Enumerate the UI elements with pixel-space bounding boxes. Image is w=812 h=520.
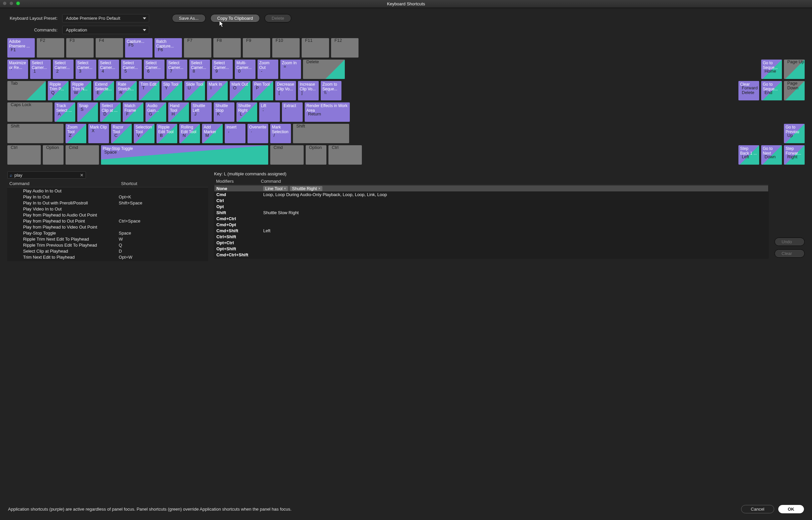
key-shift[interactable]: Shift: [7, 124, 63, 143]
key-page-down[interactable]: Page Down: [784, 81, 805, 100]
key-u[interactable]: Slide ToolU: [184, 81, 205, 100]
undo-button[interactable]: Undo: [775, 238, 805, 246]
command-row[interactable]: Ripple Trim Previous Edit To PlayheadQ: [8, 242, 208, 248]
modifier-row[interactable]: Ctrl+Shift: [214, 234, 768, 240]
key-x[interactable]: Mark ClipX: [88, 124, 109, 143]
key-9[interactable]: Select Camer...9: [212, 59, 233, 79]
command-row[interactable]: Play In to Out with Preroll/PostrollShif…: [8, 200, 208, 206]
copy-clipboard-button[interactable]: Copy To Clipboard: [210, 14, 260, 22]
key-f2[interactable]: F2: [37, 38, 64, 57]
key-f7[interactable]: F7: [184, 38, 211, 57]
command-row[interactable]: Play from Playhead to Out PointCtrl+Spac…: [8, 218, 208, 224]
key-o[interactable]: Mark OutO: [230, 81, 250, 100]
key-f5[interactable]: Capture...F5: [125, 38, 153, 57]
key-k[interactable]: Shuttle StopK: [214, 102, 235, 122]
key-ctrl[interactable]: Ctrl: [328, 145, 362, 165]
key-d[interactable]: Select Clip at ...D: [100, 102, 121, 122]
key-v[interactable]: Selection ToolV: [134, 124, 155, 143]
key-y[interactable]: Slip ToolY: [162, 81, 182, 100]
command-row[interactable]: Play from Playhead to Video Out Point: [8, 224, 208, 230]
save-as-button[interactable]: Save As...: [172, 14, 206, 22]
preset-dropdown[interactable]: Adobe Premiere Pro Default: [62, 14, 149, 22]
key--[interactable]: Maximize or Re...`: [7, 59, 28, 79]
key-return[interactable]: Render Effects in Work AreaReturn: [305, 102, 350, 122]
commands-dropdown[interactable]: Application: [62, 26, 149, 34]
key-i[interactable]: Mark InI: [207, 81, 228, 100]
key-c[interactable]: Razor ToolC: [111, 124, 132, 143]
key-right[interactable]: Step Forwar...Right: [784, 145, 805, 165]
modifier-row[interactable]: NoneLine Tool×Shuttle Right×: [214, 185, 768, 191]
key-caps-lock[interactable]: Caps Lock: [7, 102, 53, 122]
remove-chip-icon[interactable]: ×: [318, 186, 320, 190]
key--[interactable]: Mark Selection/: [270, 124, 291, 143]
command-row[interactable]: Play Video In to Out: [8, 206, 208, 212]
assignment-chip[interactable]: Line Tool×: [263, 186, 288, 191]
key-f[interactable]: Match FrameF: [123, 102, 143, 122]
modifier-row[interactable]: Cmd+ShiftLeft: [214, 228, 768, 234]
key-delete[interactable]: Delete: [303, 59, 345, 79]
command-row[interactable]: Play-Stop ToggleSpace: [8, 230, 208, 236]
command-row[interactable]: Ripple Trim Next Edit To PlayheadW: [8, 236, 208, 242]
key-s[interactable]: SnapS: [77, 102, 98, 122]
key-8[interactable]: Select Camer...8: [189, 59, 210, 79]
modifier-row[interactable]: Cmd+Opt: [214, 222, 768, 228]
minimize-icon[interactable]: [9, 1, 13, 5]
key-p[interactable]: Pen ToolP: [252, 81, 273, 100]
key-f9[interactable]: F9: [243, 38, 270, 57]
key--[interactable]: Increase Clip Vo...]: [298, 81, 319, 100]
search-input[interactable]: [14, 172, 80, 178]
key-5[interactable]: Select Camer...5: [121, 59, 142, 79]
command-list[interactable]: Play Audio In to OutPlay In to OutOpt+KP…: [7, 187, 208, 261]
key-f3[interactable]: F3: [66, 38, 93, 57]
modifier-row[interactable]: Cmd+Ctrl+Shift: [214, 252, 768, 258]
key-home[interactable]: Go to Seque...Home: [761, 59, 782, 79]
zoom-icon[interactable]: [16, 1, 20, 5]
key-4[interactable]: Select Camer...4: [98, 59, 119, 79]
key--[interactable]: Overwrite.: [247, 124, 268, 143]
key-z[interactable]: Zoom ToolZ: [65, 124, 86, 143]
key-b[interactable]: Ripple Edit ToolB: [157, 124, 177, 143]
key-f10[interactable]: F10: [272, 38, 300, 57]
key-up[interactable]: Go to PreviouUp: [784, 124, 805, 143]
assignment-chip[interactable]: Shuttle Right×: [290, 186, 322, 191]
key-left[interactable]: Step Back 1 ...Left: [738, 145, 759, 165]
key-ctrl[interactable]: Ctrl: [7, 145, 41, 165]
modifier-row[interactable]: Ctrl: [214, 198, 768, 204]
modifier-row[interactable]: Opt: [214, 204, 768, 209]
key--[interactable]: Insert,: [225, 124, 245, 143]
modifier-row[interactable]: CmdLoop, Loop During Audio-Only Playback…: [214, 191, 768, 198]
key-l[interactable]: Shuttle RightL: [237, 102, 257, 122]
close-icon[interactable]: [3, 1, 7, 5]
modifier-row[interactable]: Opt+Shift: [214, 245, 768, 252]
key--[interactable]: Zoom Out-: [258, 59, 278, 79]
modifier-row[interactable]: Opt+Ctrl: [214, 240, 768, 245]
key-a[interactable]: Track Select ...A: [55, 102, 75, 122]
key-cmd[interactable]: Cmd: [270, 145, 304, 165]
delete-button[interactable]: Delete: [265, 14, 291, 22]
ok-button[interactable]: OK: [778, 505, 804, 513]
key-1[interactable]: Select Camer...1: [30, 59, 51, 79]
key--[interactable]: Zoom to Seque...\\: [321, 81, 342, 100]
key-n[interactable]: Rolling Edit ToolN: [179, 124, 200, 143]
key-0[interactable]: Multi-Camer...0: [235, 59, 255, 79]
key-down[interactable]: Go to NextDown: [761, 145, 782, 165]
key--[interactable]: Zoom In=: [280, 59, 301, 79]
key-3[interactable]: Select Camer...3: [76, 59, 96, 79]
key-t[interactable]: Trim EditT: [139, 81, 160, 100]
key-f8[interactable]: F8: [213, 38, 241, 57]
key-tab[interactable]: Tab: [7, 81, 46, 100]
key-r[interactable]: Rate Stretch...R: [116, 81, 137, 100]
key--[interactable]: Extract': [282, 102, 303, 122]
modifier-row[interactable]: Cmd+Ctrl: [214, 215, 768, 222]
search-input-wrap[interactable]: ⌕ ✕: [7, 171, 86, 179]
key-w[interactable]: Ripple Trim N...W: [71, 81, 91, 100]
key-space[interactable]: Play-Stop ToggleSpace: [101, 145, 268, 165]
key-f4[interactable]: F4: [96, 38, 123, 57]
key-g[interactable]: Audio Gain...G: [145, 102, 166, 122]
command-row[interactable]: Play from Playhead to Audio Out Point: [8, 212, 208, 218]
command-row[interactable]: Play In to OutOpt+K: [8, 194, 208, 200]
key-option[interactable]: Option: [306, 145, 326, 165]
modifier-row[interactable]: ShiftShuttle Slow Right: [214, 209, 768, 215]
key-cmd[interactable]: Cmd: [65, 145, 99, 165]
key-f1[interactable]: Adobe Premiere ...F1: [7, 38, 35, 57]
